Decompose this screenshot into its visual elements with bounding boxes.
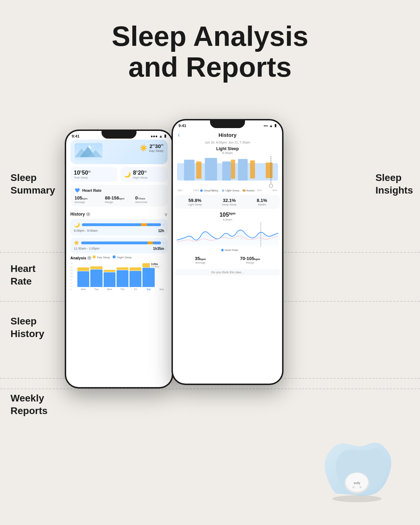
bar-mon: Mon — [77, 267, 89, 290]
svg-point-7 — [98, 144, 99, 145]
bar-orange-day — [148, 241, 153, 244]
mute-button — [65, 164, 65, 175]
hr-avg-label: Average — [75, 201, 103, 204]
back-button[interactable]: ‹ — [178, 131, 180, 139]
page-title-area: Sleep Analysis and Reports — [0, 0, 420, 93]
night-sleep-value: 8h20m — [133, 170, 147, 176]
sleep-totals: 10h50m Total Sleep 🌙 8h20m Night Sleep — [70, 167, 168, 182]
info-icon[interactable]: ? — [86, 212, 90, 216]
hr-avg-value: 105bpm — [75, 195, 103, 201]
day-sleep-bar[interactable]: ☀️ › 11:30am - 1:05pm 1h35m — [70, 238, 168, 253]
sleep-chart-container: Light Sleep 8:35am — [173, 146, 282, 192]
bar-blue2-day — [153, 241, 161, 244]
hr-range: 88-156bpm Range — [105, 195, 133, 204]
bar-fri-day — [130, 267, 141, 271]
bar-label-sun: Sun — [160, 288, 164, 290]
battery-icon-right: ▮ — [274, 123, 276, 128]
label-sleep-summary: SleepSummary — [10, 172, 55, 197]
sleep-stats: 59.8% Light Sleep 32.1% Deep Sleep 8.1% … — [175, 195, 280, 209]
hr-abnormal-label: Abnormal — [135, 201, 163, 204]
analysis-title: Analysis — [70, 256, 86, 260]
history-nav: ‹ History — [173, 129, 282, 141]
bar-mon-night — [77, 271, 89, 287]
heart-rate-stats: 105bpm Average 88-156bpm Range 0Times — [75, 195, 163, 204]
legend-circle-hr — [221, 249, 224, 251]
total-sleep-value: 10h50m — [74, 170, 114, 176]
hr-wave-chart: 8pm 10pm 12pm 2am 4am — [175, 223, 280, 247]
bar-blue2-night — [147, 223, 161, 226]
analysis-badge: Analysis ? — [70, 256, 91, 260]
day-sleep-info: ☀️ 2m30m Day Sleep — [105, 143, 163, 153]
signal-icon: ●●● — [150, 134, 158, 138]
history-header: History ? ∨ — [70, 209, 168, 219]
phone1-content: ☀️ 2m30m Day Sleep 10h50m — [66, 140, 172, 290]
hr-highlight-time: 8:35am — [173, 218, 282, 221]
night-sleep-visual: 🌙 › — [74, 222, 164, 227]
bar-label-mon: Mon — [81, 288, 86, 290]
awake-label: Awake — [257, 203, 267, 206]
status-icons-left: ●●● ▲ ▮ — [150, 134, 166, 138]
day-sleep-duration: 1h35m — [153, 247, 164, 251]
label-sleep-history: SleepHistory — [10, 315, 44, 341]
light-sleep-label: Light Sleep — [188, 203, 202, 206]
svg-point-9 — [90, 145, 93, 147]
status-time-left: 9:41 — [72, 134, 79, 138]
heart-icon — [75, 188, 80, 193]
bar-wed-day — [104, 270, 115, 272]
heart-rate-title: Heart Rate — [82, 188, 102, 192]
time-4am: 4am — [242, 189, 247, 191]
svg-rect-14 — [238, 159, 248, 181]
time-2am: 2am — [226, 189, 231, 191]
label-weekly-reports: WeeklyReports — [10, 392, 48, 418]
svg-point-6 — [93, 145, 94, 146]
history-title-row: History ? — [70, 212, 90, 217]
bar-chart: 3·25m 11·50m Mon Tue — [77, 262, 168, 290]
time-axis: 8pm 10pm 12pm 2am 4am 6am 8am — [177, 189, 278, 191]
hr-legend: Heart Rate — [173, 248, 282, 252]
phone-notch-left — [102, 130, 136, 139]
night-sleep-bar[interactable]: 🌙 › 8:00pm - 8:00am 12h — [70, 219, 168, 236]
hr-range-value: 88-156bpm — [105, 195, 133, 201]
legend-night-sleep: Night Sleep — [113, 255, 132, 259]
time-8am: 8am — [272, 189, 277, 191]
deep-sleep-stat: 32.1% Deep Sleep — [222, 198, 237, 206]
arrow-right-icon: › — [163, 223, 164, 227]
sleep-bar-night — [82, 223, 161, 226]
svg-rect-16 — [231, 160, 235, 179]
phone-right: 9:41 ▪▪▪ ▲ ▮ ‹ History Jun 20, 9:05pm- J… — [172, 119, 284, 385]
sleep-bar-day — [81, 241, 161, 244]
hr-range-stat-label: Range — [240, 261, 260, 264]
phone-screen-left: 9:41 ●●● ▲ ▮ — [66, 131, 172, 387]
sleep-illustration — [75, 143, 103, 161]
status-time-right: 9:41 — [178, 124, 186, 128]
night-sleep-duration: 12h — [158, 229, 164, 233]
legend-heart-rate: Heart Rate — [221, 248, 238, 252]
sleep-stage-label: Light Sleep — [177, 146, 278, 151]
svg-point-26 — [359, 486, 362, 488]
hr-range-display: 70-105bpm — [240, 256, 260, 261]
hr-highlight: 105bpm 8:35am — [173, 212, 282, 221]
bar-label-wed: Wed — [107, 288, 112, 290]
analysis-info-icon[interactable]: ? — [87, 256, 91, 260]
bar-tue: Tue — [90, 266, 102, 290]
awake-pct: 8.1% — [257, 198, 267, 203]
hr-range-label: Range — [105, 201, 133, 204]
date-range: Jun 20, 9:05pm- Jun 21, 7:35am — [173, 141, 282, 144]
day-sleep-label: Day Sleep — [149, 149, 163, 153]
chevron-down-icon[interactable]: ∨ — [164, 211, 168, 217]
bar-label-thu: Thu — [120, 288, 125, 290]
svg-point-25 — [352, 486, 355, 488]
hr-abnormal-value: 0Times — [135, 195, 163, 201]
hr-range-stat: 70-105bpm Range — [240, 256, 260, 264]
sleep-stage-time: 8:35am — [177, 151, 278, 155]
legend-dot-night — [113, 255, 115, 258]
total-sleep-label: Total Sleep — [74, 176, 114, 179]
eufy-device-svg: eufy — [315, 430, 399, 507]
sun-icon: ☀️ — [74, 240, 79, 245]
bar-blue-night — [82, 223, 141, 226]
deep-sleep-label: Deep Sleep — [222, 203, 237, 206]
label-heart-rate: HeartRate — [10, 262, 36, 288]
bar-label-sat: Sat — [147, 288, 150, 290]
bar-tue-night — [90, 270, 102, 287]
analysis-section: Analysis ? Day Sleep Night Sleep — [70, 255, 168, 290]
